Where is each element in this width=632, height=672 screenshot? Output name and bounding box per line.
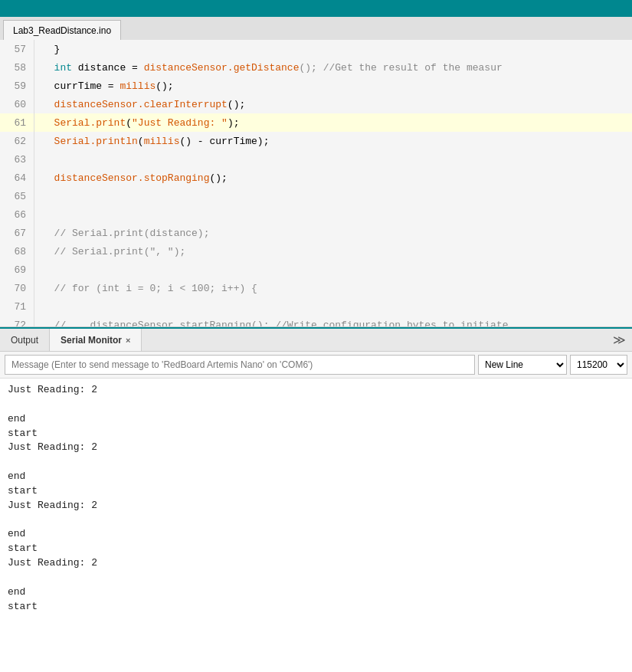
serial-output-line: end <box>8 527 624 542</box>
serial-output-line: start <box>8 484 624 499</box>
line-content: // distanceSensor.startRanging(); //Writ… <box>34 320 509 328</box>
line-number: 70 <box>0 279 34 297</box>
code-line: 58 int distance = distanceSensor.getDist… <box>0 58 632 77</box>
line-content: } <box>34 44 60 55</box>
serial-output-line: Just Reading: 2 <box>8 499 624 513</box>
serial-output-line <box>8 455 624 470</box>
code-line: 59 currTime = millis(); <box>0 77 632 95</box>
code-line: 67 // Serial.print(distance); <box>0 224 632 242</box>
code-line: 61 Serial.print("Just Reading: "); <box>0 113 632 132</box>
tab-serial-monitor[interactable]: Serial Monitor × <box>50 329 142 351</box>
serial-output-line: start <box>8 427 624 441</box>
tab-serial-monitor-close[interactable]: × <box>126 336 130 345</box>
file-tab[interactable]: Lab3_ReadDistance.ino <box>3 20 121 40</box>
line-number: 60 <box>0 95 34 113</box>
line-content: // for (int i = 0; i < 100; i++) { <box>34 283 257 294</box>
code-line: 62 Serial.println(millis() - currTime); <box>0 132 632 150</box>
line-content: distanceSensor.stopRanging(); <box>34 172 228 184</box>
line-number: 61 <box>0 113 34 132</box>
serial-output-line: end <box>8 470 624 484</box>
line-number: 71 <box>0 297 34 316</box>
tab-output-label: Output <box>11 335 38 346</box>
serial-toolbar: No Line EndingNewlineCarriage ReturnNew … <box>0 352 632 379</box>
line-number: 67 <box>0 224 34 242</box>
title-bar <box>0 0 632 17</box>
code-line: 65 <box>0 187 632 205</box>
line-content: Serial.print("Just Reading: "); <box>34 117 239 129</box>
serial-message-input[interactable] <box>5 355 475 375</box>
tab-output[interactable]: Output <box>0 329 50 351</box>
serial-output-line <box>8 398 624 412</box>
code-line: 63 <box>0 150 632 169</box>
baud-rate-select[interactable]: 960019200384005760074880115200230400 <box>570 355 627 375</box>
line-number: 57 <box>0 40 34 58</box>
serial-output: Just Reading: 2 endstartJust Reading: 2 … <box>0 379 632 672</box>
monitor-tabs: Output Serial Monitor × ≫ <box>0 327 632 352</box>
line-ending-select[interactable]: No Line EndingNewlineCarriage ReturnNew … <box>478 355 567 375</box>
line-number: 72 <box>0 316 34 327</box>
line-number: 58 <box>0 58 34 77</box>
bottom-panel: Output Serial Monitor × ≫ No Line Ending… <box>0 327 632 672</box>
code-editor: 57 }58 int distance = distanceSensor.get… <box>0 40 632 327</box>
line-content: // Serial.print(distance); <box>34 228 209 239</box>
code-line: 68 // Serial.print(", "); <box>0 242 632 261</box>
tab-bar: Lab3_ReadDistance.ino <box>0 17 632 40</box>
line-content: // Serial.print(", "); <box>34 246 185 257</box>
code-lines: 57 }58 int distance = distanceSensor.get… <box>0 40 632 327</box>
expand-icon: ≫ <box>613 333 626 348</box>
line-number: 66 <box>0 205 34 224</box>
line-number: 63 <box>0 150 34 169</box>
code-line: 71 <box>0 297 632 316</box>
serial-output-line: end <box>8 412 624 427</box>
code-line: 69 <box>0 261 632 279</box>
serial-output-line <box>8 571 624 585</box>
line-content: distanceSensor.clearInterrupt(); <box>34 99 245 110</box>
line-number: 65 <box>0 187 34 205</box>
line-number: 62 <box>0 132 34 150</box>
code-line: 72 // distanceSensor.startRanging(); //W… <box>0 316 632 327</box>
serial-output-line: start <box>8 542 624 556</box>
line-content: currTime = millis(); <box>34 80 174 92</box>
line-content: Serial.println(millis() - currTime); <box>34 136 269 147</box>
code-line: 70 // for (int i = 0; i < 100; i++) { <box>0 279 632 297</box>
code-line: 60 distanceSensor.clearInterrupt(); <box>0 95 632 113</box>
serial-output-line: end <box>8 585 624 600</box>
line-number: 59 <box>0 77 34 95</box>
serial-output-line: Just Reading: 2 <box>8 383 624 398</box>
tab-serial-monitor-label: Serial Monitor <box>61 335 122 346</box>
code-line: 57 } <box>0 40 632 58</box>
serial-output-line: start <box>8 600 624 615</box>
serial-output-line <box>8 513 624 528</box>
code-line: 64 distanceSensor.stopRanging(); <box>0 169 632 187</box>
expand-panel-button[interactable]: ≫ <box>607 329 632 351</box>
line-content: int distance = distanceSensor.getDistanc… <box>34 62 503 74</box>
file-tab-label: Lab3_ReadDistance.ino <box>13 25 111 36</box>
code-line: 66 <box>0 205 632 224</box>
serial-output-line: Just Reading: 2 <box>8 441 624 455</box>
serial-output-line: Just Reading: 2 <box>8 556 624 571</box>
line-number: 64 <box>0 169 34 187</box>
line-number: 69 <box>0 261 34 279</box>
line-number: 68 <box>0 242 34 261</box>
